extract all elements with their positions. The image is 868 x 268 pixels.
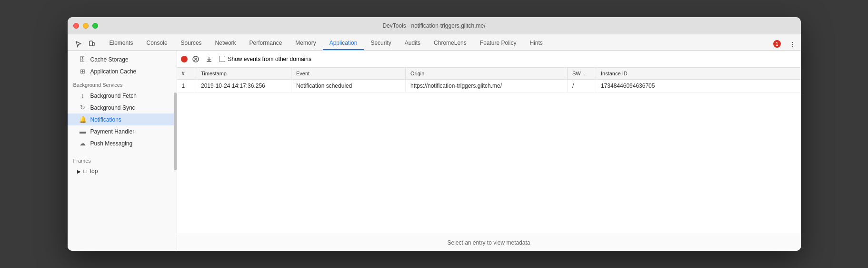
th-timestamp[interactable]: Timestamp [196,68,291,80]
sidebar-item-payment-handler[interactable]: ▬Payment Handler [68,125,177,137]
table-row[interactable]: 12019-10-24 14:17:36.256Notification sch… [177,80,801,93]
cell-sw-0: / [568,80,596,93]
cell-event-0: Notification scheduled [291,80,406,93]
tab-hints[interactable]: Hints [523,37,549,50]
sidebar-item-notifications[interactable]: 🔔Notifications [68,113,177,125]
payment-handler-icon: ▬ [79,128,87,135]
show-events-checkbox[interactable] [219,56,225,62]
clear-button[interactable] [190,54,201,64]
folder-icon: □ [84,168,87,175]
error-count-badge: 1 [773,40,781,48]
sidebar-label-cache-storage: Cache Storage [90,56,129,63]
background-services-label: Background Services [68,77,177,90]
notifications-table: #TimestampEventOriginSW ...Instance ID 1… [177,68,801,93]
traffic-lights [73,23,98,29]
minimize-button[interactable] [83,23,89,29]
table-header-row: #TimestampEventOriginSW ...Instance ID [177,68,801,80]
close-button[interactable] [73,23,79,29]
notifications-icon: 🔔 [79,116,87,123]
sidebar-frames-section: Frames ▶□top [68,153,177,177]
error-badge: 1 [773,40,781,48]
frames-label: Frames [68,153,177,165]
sidebar-item-background-sync[interactable]: ↻Background Sync [68,102,177,113]
svg-rect-1 [92,42,94,46]
tab-bar: ElementsConsoleSourcesNetworkPerformance… [68,34,801,51]
more-options-button[interactable]: ⋮ [787,38,799,50]
sidebar-scrollbar[interactable] [174,53,177,248]
main-area: 🗄Cache Storage⊞Application Cache Backgro… [68,51,801,251]
th-event[interactable]: Event [291,68,406,80]
sidebar-item-cache-storage[interactable]: 🗄Cache Storage [68,53,177,65]
th-instance[interactable]: Instance ID [596,68,801,80]
show-events-checkbox-area: Show events from other domains [219,56,311,62]
push-messaging-icon: ☁ [79,140,87,147]
tab-security[interactable]: Security [364,37,398,50]
sidebar-label-payment-handler: Payment Handler [90,128,135,135]
th-sw[interactable]: SW ... [568,68,596,80]
content-toolbar: Show events from other domains [177,51,801,68]
application-cache-icon: ⊞ [79,68,87,75]
tab-featurepolicy[interactable]: Feature Policy [473,37,523,50]
tabs-container: ElementsConsoleSourcesNetworkPerformance… [103,37,773,50]
sidebar-item-background-fetch[interactable]: ↕Background Fetch [68,90,177,102]
sidebar-label-push-messaging: Push Messaging [90,140,133,147]
device-toolbar-button[interactable] [86,38,98,50]
status-bar: Select an entry to view metadata [177,234,801,251]
show-events-label[interactable]: Show events from other domains [228,56,311,62]
window-title: DevTools - notification-triggers.glitch.… [382,22,485,29]
sidebar-item-frame-top[interactable]: ▶□top [68,165,177,177]
tab-sources[interactable]: Sources [174,37,209,50]
toolbar-right: 1 ⋮ [773,38,799,50]
tab-audits[interactable]: Audits [398,37,427,50]
th-num[interactable]: # [177,68,196,80]
background-sync-icon: ↻ [79,104,87,111]
table-area: #TimestampEventOriginSW ...Instance ID 1… [177,68,801,234]
sidebar: 🗄Cache Storage⊞Application Cache Backgro… [68,51,177,251]
devtools-window: DevTools - notification-triggers.glitch.… [68,17,801,251]
sidebar-item-application-cache[interactable]: ⊞Application Cache [68,65,177,77]
th-origin[interactable]: Origin [406,68,568,80]
cell-origin-0: https://notification-triggers.glitch.me/ [406,80,568,93]
svg-rect-0 [90,41,92,46]
tab-chromelens[interactable]: ChromeLens [427,37,473,50]
inspect-tool-button[interactable] [72,38,85,50]
cache-storage-icon: 🗄 [79,56,87,63]
chevron-right-icon: ▶ [77,169,81,174]
sidebar-label-background-fetch: Background Fetch [90,93,137,99]
frame-label-top: top [90,168,98,175]
export-button[interactable] [204,54,214,64]
tab-performance[interactable]: Performance [243,37,289,50]
maximize-button[interactable] [92,23,98,29]
sidebar-scrollbar-thumb[interactable] [174,93,177,170]
sidebar-frames-group: ▶□top [68,165,177,177]
cell-num-0: 1 [177,80,196,93]
sidebar-scroll-wrapper: 🗄Cache Storage⊞Application Cache Backgro… [68,53,177,248]
sidebar-background-services-group: ↕Background Fetch↻Background Sync🔔Notifi… [68,90,177,149]
background-fetch-icon: ↕ [79,92,87,99]
tab-console[interactable]: Console [140,37,174,50]
tab-application[interactable]: Application [323,37,364,50]
status-text: Select an entry to view metadata [447,239,530,246]
sidebar-label-application-cache: Application Cache [90,68,137,75]
cell-timestamp-0: 2019-10-24 14:17:36.256 [196,80,291,93]
sidebar-item-push-messaging[interactable]: ☁Push Messaging [68,137,177,149]
sidebar-storage-group: 🗄Cache Storage⊞Application Cache [68,53,177,77]
cell-instance-0: 17348446094636705 [596,80,801,93]
tab-network[interactable]: Network [209,37,243,50]
table-header: #TimestampEventOriginSW ...Instance ID [177,68,801,80]
sidebar-label-background-sync: Background Sync [90,104,135,111]
record-button[interactable] [181,56,188,62]
tab-elements[interactable]: Elements [103,37,140,50]
table-body: 12019-10-24 14:17:36.256Notification sch… [177,80,801,93]
sidebar-label-notifications: Notifications [90,116,121,123]
tab-memory[interactable]: Memory [289,37,322,50]
content-area: Show events from other domains #Times [177,51,801,251]
title-bar: DevTools - notification-triggers.glitch.… [68,17,801,34]
